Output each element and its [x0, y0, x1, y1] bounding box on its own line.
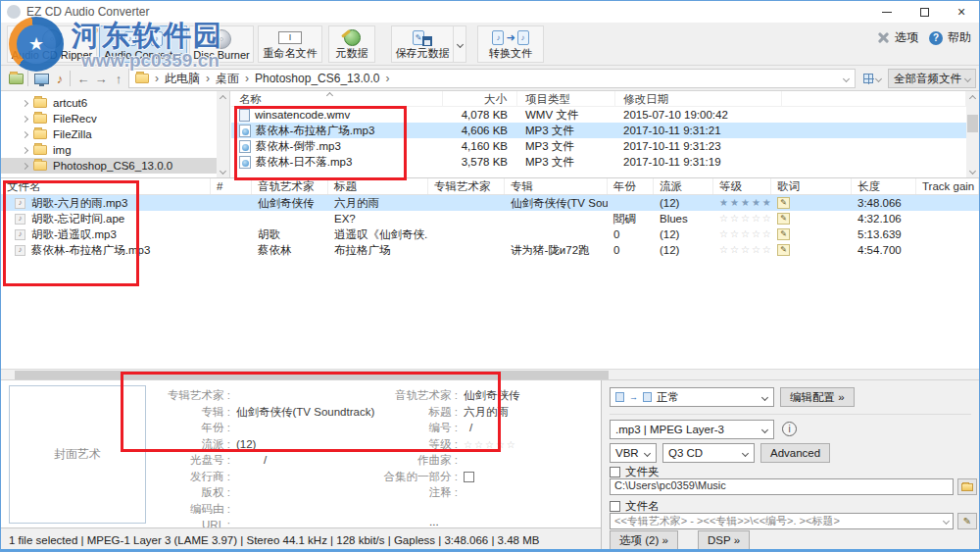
profile-dropdown[interactable]: → 正常 — [610, 387, 774, 407]
options-2-button[interactable]: 选项 (2) » — [610, 530, 678, 550]
track-row[interactable]: ♪胡歌-忘记时间.ape EX? 閸碉 Blues ☆☆☆☆☆ ✎ 4:32.1… — [1, 211, 979, 226]
breadcrumb-desktop[interactable]: 桌面 — [216, 71, 239, 87]
lyrics-edit-icon[interactable]: ✎ — [777, 213, 790, 225]
filename-pattern-input[interactable]: <<专辑艺术家> - ><<专辑>>\<<编号>. ><标题> — [610, 513, 954, 529]
view-mode-button[interactable] — [859, 70, 885, 87]
close-button[interactable]: × — [944, 1, 979, 23]
scroll-down-button[interactable] — [966, 164, 979, 177]
number-value[interactable]: / — [469, 421, 567, 435]
lyrics-edit-icon[interactable]: ✎ — [777, 244, 790, 256]
audio-cd-ripper-button[interactable]: ♪ Audio CD Ripper — [7, 25, 97, 63]
column-length[interactable]: 长度 — [852, 178, 916, 194]
rating-stars[interactable]: ☆☆☆☆☆ — [713, 242, 771, 258]
up-button[interactable]: ↑ — [111, 71, 126, 86]
scrollbar-thumb[interactable] — [15, 371, 609, 379]
track-row[interactable]: ♪蔡依林-布拉格广场.mp3 蔡依林 布拉格广场 讲为猪-陇и72跑 0 (12… — [1, 242, 979, 258]
info-icon[interactable]: i — [782, 422, 797, 436]
column-type[interactable]: 项目类型 — [517, 91, 615, 107]
minimize-button[interactable] — [869, 1, 905, 23]
edit-pattern-button[interactable]: ✎ — [957, 513, 977, 529]
lyrics-edit-icon[interactable]: ✎ — [777, 197, 790, 209]
dsp-button[interactable]: DSP » — [698, 530, 750, 550]
tree-item-photoshop-selected[interactable]: Photoshop_CS6_13.0.0 — [1, 158, 229, 174]
column-rating[interactable]: 等级 — [713, 178, 771, 194]
music-view-button[interactable]: ♪ — [52, 71, 68, 86]
column-title[interactable]: 标题 — [328, 178, 428, 194]
quality-dropdown[interactable]: Q3 CD — [662, 443, 755, 463]
column-lyrics[interactable]: 歌词 — [771, 178, 852, 194]
forward-button[interactable]: → — [93, 71, 109, 86]
scroll-down-button[interactable] — [217, 164, 229, 177]
advanced-button[interactable]: Advanced — [760, 443, 830, 463]
breadcrumb[interactable]: › 此电脑 › 桌面 › Photoshop_CS6_13.0.0 › — [128, 69, 856, 88]
track-artist-value[interactable]: 仙剑奇侠传 — [464, 388, 591, 403]
save-metadata-dropdown[interactable] — [453, 25, 466, 63]
comment-value[interactable] — [464, 485, 591, 500]
lyrics-edit-icon[interactable]: ✎ — [777, 228, 790, 240]
cover-art-box[interactable]: 封面艺术 — [9, 385, 146, 524]
file-row-mp3[interactable]: 蔡依林-倒带.mp3 4,160 KB MP3 文件 2017-10-11 9:… — [231, 138, 966, 154]
browse-files-button[interactable] — [7, 71, 24, 86]
column-name[interactable]: 名称 — [231, 91, 443, 107]
computer-view-button[interactable] — [32, 71, 50, 86]
address-dropdown-icon[interactable] — [843, 75, 850, 81]
metadata-button[interactable]: 元数据 — [328, 25, 375, 63]
title-value[interactable]: 六月的雨 — [464, 405, 591, 420]
save-metadata-button[interactable]: ✎ 保存元数据 — [391, 25, 454, 63]
expander-icon[interactable] — [22, 99, 28, 106]
horizontal-scrollbar[interactable] — [1, 369, 979, 380]
expander-icon[interactable] — [22, 146, 28, 153]
scroll-up-button[interactable] — [966, 91, 979, 105]
rating-stars[interactable]: ★★★★★ — [713, 195, 771, 211]
scrollbar-thumb[interactable] — [967, 115, 978, 132]
rename-files-button[interactable]: I 重命名文件 — [258, 25, 322, 63]
column-album-artist[interactable]: 专辑艺术家 — [428, 178, 505, 194]
column-filename[interactable]: 文件名 — [1, 178, 211, 194]
column-album[interactable]: 专辑 — [505, 178, 608, 194]
expander-icon[interactable] — [22, 130, 28, 137]
folder-checkbox[interactable]: 文件夹 — [610, 465, 660, 479]
convert-files-button[interactable]: ♪➜♪ 转换文件 — [477, 25, 544, 63]
expander-icon[interactable] — [22, 115, 28, 122]
tree-item-img[interactable]: img — [1, 142, 229, 158]
output-folder-path[interactable]: C:\Users\pc0359\Music — [610, 478, 954, 495]
rating-stars[interactable]: ☆☆☆☆☆ — [713, 211, 771, 226]
bitrate-mode-dropdown[interactable]: VBR — [610, 443, 657, 463]
maximize-button[interactable] — [906, 1, 942, 23]
breadcrumb-current-folder[interactable]: Photoshop_CS6_13.0.0 — [255, 72, 379, 85]
options-button[interactable]: 选项 — [877, 29, 918, 46]
file-row-mp3[interactable]: 蔡依林-日不落.mp3 3,578 KB MP3 文件 2017-10-11 9… — [231, 154, 966, 170]
help-button[interactable]: ? 帮助 — [929, 29, 971, 46]
tree-item-artcut6[interactable]: artcut6 — [1, 95, 229, 111]
file-row-mp3-selected[interactable]: 蔡依林-布拉格广场.mp3 4,606 KB MP3 文件 2017-10-11… — [231, 123, 966, 138]
breadcrumb-this-pc[interactable]: 此电脑 — [165, 71, 200, 87]
composer-value[interactable] — [464, 453, 591, 468]
encoded-by-value[interactable] — [236, 502, 432, 517]
column-track-gain[interactable]: Track gain — [916, 178, 979, 194]
track-row[interactable]: ♪胡歌-逍遥叹.mp3 胡歌 逍遥叹《仙剑奇侠... 0 (12) ☆☆☆☆☆ … — [1, 226, 979, 242]
back-button[interactable]: ← — [75, 71, 91, 86]
file-list-header[interactable]: 名称 大小 项目类型 修改日期 — [231, 91, 966, 107]
filename-checkbox[interactable]: 文件名 — [610, 499, 660, 514]
column-track-artist[interactable]: 音轨艺术家 — [252, 178, 328, 194]
browse-folder-button[interactable] — [957, 478, 977, 495]
track-row-selected[interactable]: ♪胡歌-六月的雨.mp3 仙剑奇侠传 六月的雨 仙剑奇侠传(TV Sou... … — [1, 195, 979, 211]
tree-item-filezilla[interactable]: FileZilla — [1, 126, 229, 142]
audio-converter-button[interactable]: ♪→♪ Audio Converter — [99, 25, 187, 63]
track-table-header[interactable]: 文件名 # 音轨艺术家 标题 专辑艺术家 专辑 年份 流派 等级 歌词 长度 T… — [1, 178, 979, 195]
column-modified[interactable]: 修改日期 — [615, 91, 782, 107]
file-row-wmv[interactable]: winsatencode.wmv 4,078 KB WMV 文件 2015-07… — [231, 107, 966, 123]
tree-scrollbar[interactable] — [217, 91, 229, 177]
scroll-up-button[interactable] — [217, 91, 229, 105]
column-year[interactable]: 年份 — [608, 178, 654, 194]
format-dropdown[interactable]: .mp3 | MPEG Layer-3 — [610, 420, 774, 439]
disc-burner-button[interactable]: Disc Burner — [189, 25, 254, 63]
expander-icon[interactable] — [22, 162, 28, 169]
rating-stars[interactable]: ☆☆☆☆☆ — [713, 226, 771, 242]
rating-stars[interactable]: ☆☆☆☆☆ — [464, 437, 562, 452]
column-genre[interactable]: 流派 — [654, 178, 713, 194]
column-number[interactable]: # — [211, 178, 252, 194]
file-list-scrollbar[interactable] — [966, 91, 979, 177]
column-size[interactable]: 大小 — [443, 91, 517, 107]
part-of-set-checkbox[interactable] — [464, 470, 474, 484]
